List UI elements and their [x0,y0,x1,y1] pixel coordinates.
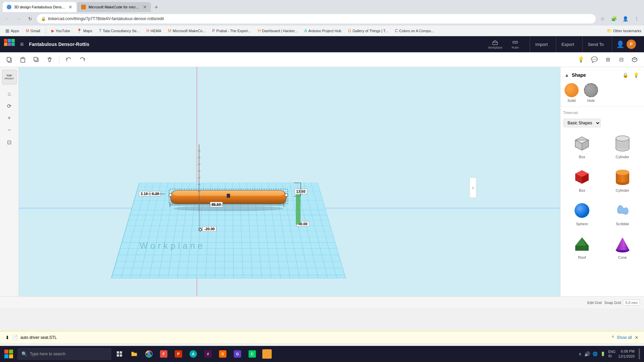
bookmark-apps[interactable]: ⊞ Apps [3,27,22,34]
profile-icon[interactable]: 👤 [621,14,630,23]
bookmark-colors[interactable]: C Colors on A Compu... [392,28,437,34]
bookmark-prabal[interactable]: P Prabal - The Experi... [210,28,254,34]
slack-taskbar-button[interactable]: # [201,347,215,361]
undo-button[interactable] [63,54,74,65]
tab-active[interactable]: 3D design Fantabulous Densor-R... ✕ [3,2,76,12]
hole-shape-btn[interactable]: Hole [584,83,598,103]
bookmark-hacker[interactable]: H Dashboard | Hacker... [255,28,300,34]
send-to-button[interactable]: Send To [582,36,609,52]
3d-view-tool[interactable] [629,54,640,65]
view-cube[interactable]: TOP FRONT [2,70,17,84]
reload-button[interactable]: ↻ [25,14,35,23]
light-tool[interactable]: 💡 [576,54,586,65]
light-icon-btn[interactable]: 💡 [632,71,640,79]
speaker-icon[interactable]: 🔊 [584,351,590,357]
bookmark-star-icon[interactable]: ☆ [598,14,607,23]
task-view-button[interactable] [113,347,126,361]
tray-close-icon[interactable]: ✕ [635,335,639,340]
hamburger-icon[interactable]: ≡ [20,41,24,48]
svg-rect-5 [11,43,15,46]
back-button[interactable]: ← [3,14,12,23]
address-input[interactable]: 🔒 tinkercad.com/things/7p7T7BIde4V-fanta… [37,14,596,23]
bookmark-hema[interactable]: H HEMA [144,28,164,34]
duplicate-button[interactable] [31,54,42,65]
up-arrow-icon[interactable]: ∧ [579,352,582,356]
new-tab-button[interactable]: + [152,3,161,12]
library-category-select[interactable]: Basic Shapes [563,119,601,127]
3d-object[interactable] [166,184,290,212]
copy-button[interactable] [4,54,15,65]
tab2-close-icon[interactable]: ✕ [143,4,147,10]
network-icon[interactable]: 🌐 [593,352,598,356]
canvas[interactable]: Workplane [19,67,560,296]
shape-box-wire[interactable]: Box [563,131,601,162]
shape-box-solid[interactable]: Box [563,164,601,195]
search-bar[interactable]: 🔍 Type here to search [17,348,111,360]
unknown-taskbar-2[interactable]: C [246,347,259,361]
expand-right-button[interactable]: › [470,178,476,198]
ruler-btn[interactable]: Ruler [509,38,522,51]
user-profile[interactable]: 👤 P [612,36,640,52]
language-indicator[interactable]: ENGIN [608,350,615,358]
arduino-taskbar-button[interactable]: A [186,347,200,361]
orbit-button[interactable]: ⟳ [4,101,15,111]
bookmark-tcs[interactable]: T Tata Consultancy Se... [96,28,142,34]
start-button[interactable] [1,347,16,361]
home-view-button[interactable]: ⌂ [4,88,15,99]
solid-shape-btn[interactable]: Solid [565,83,579,103]
chrome-taskbar-button[interactable] [142,347,156,361]
shape-panel-title: Shape [572,72,619,78]
tab-close-icon[interactable]: ✕ [68,4,72,10]
bookmark-arduino[interactable]: A Arduino Project Hub [302,28,344,34]
lock-icon-btn[interactable]: 🔒 [621,71,629,79]
bookmark-youtube[interactable]: ▶ YouTube [49,28,73,34]
collapse-icon[interactable]: ▲ [565,72,569,78]
delete-button[interactable] [44,54,55,65]
export-button[interactable]: Export [556,36,580,52]
zoom-in-button[interactable]: + [4,113,15,123]
comment-tool[interactable]: 💬 [589,54,600,65]
import-button[interactable]: Import [530,36,553,52]
bookmark-maps[interactable]: 📍 Maps [74,28,95,34]
orange-taskbar-button[interactable] [260,347,274,361]
clock[interactable]: 6:08 PM 12/1/2020 [618,349,635,359]
edit-grid-label[interactable]: Edit Grid [587,301,602,305]
other-bookmarks[interactable]: 📁 Other bookmarks [607,28,641,33]
dim-d4: 85.50 [210,202,223,207]
bookmark-gmail[interactable]: M Gmail [23,28,43,34]
shape-cylinder-solid[interactable]: Cylinder [604,164,642,195]
foxit-taskbar-button[interactable]: F [157,347,170,361]
zoom-out-button[interactable]: − [4,125,15,135]
fit-button[interactable]: ⊡ [4,137,15,147]
bookmark-makecode[interactable]: M Microsoft MakeCo... [165,28,208,34]
show-all-button[interactable]: Show all [617,335,632,340]
redo-button[interactable] [77,54,88,65]
workplane-btn[interactable]: Workplane [485,38,505,51]
file-explorer-button[interactable] [127,347,141,361]
align-tool[interactable]: ⊞ [602,54,613,65]
paste-button[interactable] [17,54,28,65]
svg-rect-65 [9,354,13,358]
scratch-taskbar-button[interactable]: S [216,347,229,361]
extensions-icon[interactable]: 🧩 [609,14,619,23]
flip-tool[interactable]: ⊟ [616,54,627,65]
shape-sphere[interactable]: Sphere [563,198,601,229]
show-desktop-button[interactable] [639,349,640,359]
menu-icon[interactable]: ⋮ [632,14,641,23]
battery-icon[interactable]: 🔋 [600,352,605,356]
powerpoint-taskbar-button[interactable]: P [172,347,185,361]
bookmark-gallery[interactable]: G Gallery of Things | T... [345,28,391,34]
shape-cone[interactable]: Cone [604,231,642,262]
tray-chevron-icon[interactable]: ^ [612,335,614,340]
tinkercad-logo[interactable] [4,39,15,50]
forward-button[interactable]: → [14,14,23,23]
unknown-taskbar-1[interactable]: G [231,347,244,361]
shape-scribble[interactable]: Scribble [604,198,642,229]
shapes-library: Tinkercad Basic Shapes Box [560,107,644,296]
shape-cylinder-wire[interactable]: Cylinder [604,131,642,162]
box-wire-label: Box [579,155,585,159]
snap-value-input[interactable]: 5.0 mm [623,300,640,306]
shape-roof[interactable]: Roof [563,231,601,262]
svg-rect-62 [4,350,8,354]
tab-inactive[interactable]: Microsoft MakeCode for micro:... ✕ [77,2,151,12]
